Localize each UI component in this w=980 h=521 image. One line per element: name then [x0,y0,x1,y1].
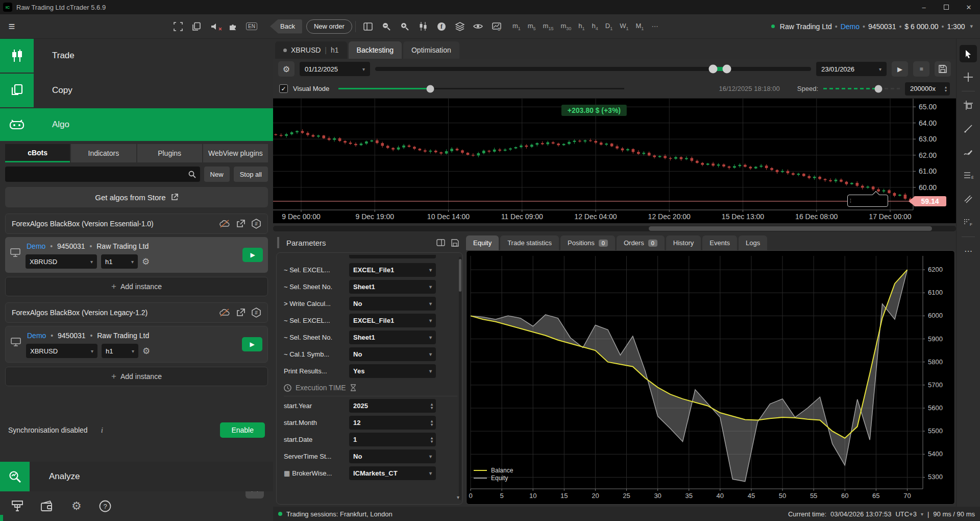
backtest-settings-gear-button[interactable]: ⚙ [278,61,295,77]
zoom-in-icon[interactable] [397,19,412,34]
timeframe-h1[interactable]: h1 [578,22,584,31]
tab-backtesting[interactable]: Backtesting [349,41,402,59]
csharp-source-icon[interactable]: # [251,219,261,229]
help-icon[interactable]: ? [99,500,111,512]
speed-value-stepper[interactable]: 200000x ▴ ▾ [905,82,950,96]
visibility-eye-icon[interactable] [471,19,486,34]
timeframe-W1[interactable]: W1 [620,22,628,31]
draw-pencil-tool-icon[interactable] [960,144,977,161]
parameters-scrollbar[interactable] [459,257,461,500]
parameter-dropdown[interactable]: Sheet1▾ [349,330,436,344]
csharp-source-icon[interactable]: # [251,307,261,318]
zoom-out-icon[interactable] [379,19,394,34]
withdraw-atm-icon[interactable] [11,501,23,512]
instance-settings-gear-icon[interactable]: ⚙ [142,346,150,357]
cursor-tool-icon[interactable] [960,45,977,62]
wallet-icon[interactable] [41,501,54,512]
pattern-tool-icon[interactable]: F [960,214,977,231]
enable-sync-button[interactable]: Enable [220,422,265,438]
objects-layers-icon[interactable] [452,19,468,34]
parameter-stepper[interactable]: 1▴▾ [349,433,436,446]
cloud-off-icon[interactable] [219,309,230,317]
scrollbar-thumb[interactable] [649,226,932,231]
fibonacci-tool-icon[interactable]: É [960,167,977,184]
spin-down-icon[interactable]: ▾ [431,423,433,427]
new-cbot-button[interactable]: New [204,167,230,182]
scroll-down-icon[interactable]: ▾ [457,494,459,500]
add-instance-button[interactable]: + Add instance [5,277,268,296]
parameter-dropdown[interactable]: No▾ [349,449,436,463]
algo-list-item[interactable]: ForexAlgos BlackBox (Version Essential-1… [5,214,268,234]
backtest-range-slider[interactable] [375,67,811,71]
algo-tab-webview-plugins[interactable]: WebView plugins [203,144,268,162]
speed-slider[interactable] [823,88,900,89]
timeframe-D1[interactable]: D1 [605,22,612,31]
timeframe-h4[interactable]: h4 [592,22,598,31]
account-selector[interactable]: Raw Trading Ltd • Demo • 9450031 • $ 6 0… [771,22,973,31]
tab-orders[interactable]: Orders0 [617,235,665,250]
start-backtest-button[interactable]: ▶ [892,61,908,77]
algo-instance-card[interactable]: Demo • 9450031 • Raw Trading Ltd XBRUSD … [5,326,268,363]
share-icon[interactable] [236,309,245,317]
parameter-dropdown[interactable]: ICMarkets_CT▾ [349,466,436,480]
parameter-dropdown[interactable]: Sheet1▾ [349,280,436,294]
parameter-stepper[interactable]: 12▴▾ [349,416,436,430]
crosshair-tool-icon[interactable] [960,68,977,86]
tab-history[interactable]: History [666,235,701,250]
algo-tab-cbots[interactable]: cBots [5,144,70,162]
algo-tab-indicators[interactable]: Indicators [71,144,136,162]
timeframe-m5[interactable]: m5 [528,22,536,31]
symbol-select[interactable]: XBRUSD ▾ [26,344,97,358]
panel-layout-icon[interactable] [436,239,445,246]
sidebar-item-copy[interactable]: Copy [0,74,273,107]
parameter-dropdown[interactable]: Yes▾ [349,364,436,378]
speed-handle[interactable] [875,85,883,92]
fullscreen-icon[interactable] [170,19,186,34]
plugins-puzzle-icon[interactable] [226,19,241,34]
timeframe-m1[interactable]: m1 [512,22,521,31]
tab-positions[interactable]: Positions0 [560,235,615,250]
indicators-icon[interactable]: f [434,19,449,34]
tab-events[interactable]: Events [702,235,737,250]
equity-chart[interactable]: 6200610060005900580057005600550054005300… [466,250,955,505]
visual-mode-checkbox[interactable]: ✓ [279,84,288,93]
start-instance-button[interactable]: ▶ [242,248,263,262]
panel-drag-handle[interactable] [277,237,279,248]
parameter-stepper[interactable]: 2025▴▾ [349,399,436,413]
hamburger-menu-icon[interactable]: ≡ [0,20,23,33]
share-icon[interactable] [236,220,245,228]
target-frame-tool-icon[interactable] [960,97,977,114]
timeframe-select[interactable]: h1 ▾ [101,254,138,269]
start-instance-button[interactable]: ▶ [242,337,262,351]
symbol-select[interactable]: XBRUSD ▾ [26,254,97,269]
parameter-dropdown[interactable]: No▾ [349,297,436,311]
range-handle-start[interactable] [708,65,717,74]
spin-down-icon[interactable]: ▾ [945,89,947,92]
sidebar-item-analyze[interactable]: Analyze [0,462,273,491]
price-chart[interactable]: 65.0064.0063.0062.0061.0060.009 Dec 00:0… [273,99,956,223]
info-icon[interactable]: i [101,426,103,435]
end-date-select[interactable]: 23/01/2026 ▾ [816,62,887,76]
save-parameters-icon[interactable] [451,239,459,247]
get-algos-store-button[interactable]: Get algos from Store [5,187,268,207]
timezone-select[interactable]: UTC+3 [895,510,917,518]
progress-callout-marker[interactable]: ⁞ [847,195,888,207]
range-handle-end[interactable] [723,65,731,74]
algo-tab-plugins[interactable]: Plugins [137,144,202,162]
stop-backtest-button[interactable]: ■ [913,61,929,77]
mute-speaker-icon[interactable]: ✕ [207,19,223,34]
back-button[interactable]: Back [270,19,302,34]
close-button[interactable]: ✕ [958,0,980,14]
more-tools-icon[interactable]: ⋯ [960,242,977,259]
parameter-dropdown[interactable]: EXCEL_File1▾ [349,314,436,327]
trendline-tool-icon[interactable] [960,120,977,137]
maximize-button[interactable] [935,0,958,14]
more-timeframes-icon[interactable]: ⋯ [651,22,659,30]
spin-down-icon[interactable]: ▾ [431,440,433,443]
spin-down-icon[interactable]: ▾ [431,406,433,410]
visual-progress-slider[interactable] [338,88,624,89]
channel-tool-icon[interactable] [960,191,977,208]
sidebar-item-trade[interactable]: Trade [0,39,273,73]
chart-type-candles-icon[interactable] [415,19,431,34]
tab-optimisation[interactable]: Optimisation [403,41,459,59]
